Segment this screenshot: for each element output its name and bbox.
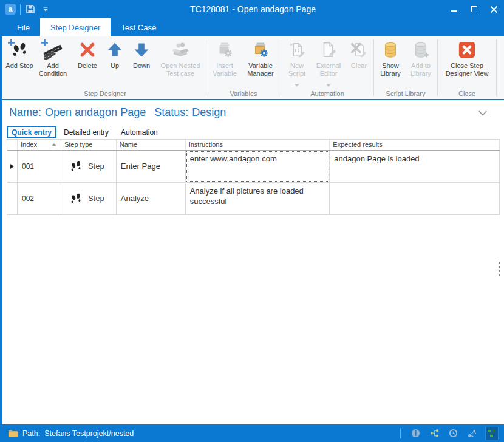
ribbon-group-variables: Insert Variable Variable Manag [208,36,279,99]
current-row-indicator[interactable] [7,151,18,182]
cell-step-type[interactable]: Step [61,183,117,214]
cell-expected-results[interactable] [330,183,500,214]
tab-automation[interactable]: Automation [116,127,163,138]
ribbon-tab-row: File Step Designer Test Case [2,18,504,36]
customize-quick-access-chevron-icon[interactable] [40,4,51,15]
close-step-designer-icon [457,39,477,60]
cell-index[interactable]: 002 [18,183,61,214]
external-editor-button[interactable]: External Editor [312,36,346,89]
column-header-name[interactable]: Name [117,140,186,150]
external-editor-icon [318,39,339,60]
cell-index[interactable]: 001 [18,151,61,182]
cell-instructions[interactable]: enter www.andagon.com [186,151,330,182]
add-to-library-button[interactable]: Add to Library [406,36,436,89]
row-indicator[interactable] [7,183,18,214]
maximize-button[interactable] [464,0,484,18]
ribbon-group-close: Close Step Designer View Close [439,36,495,99]
app-icon[interactable]: a [5,4,16,15]
dropdown-caret-icon [326,78,331,89]
status-value: Design [192,106,226,119]
ribbon-group-script-library: Show Library Add to Library Script Libra… [375,36,436,99]
variable-manager-button[interactable]: Variable Manager [242,36,279,89]
current-row-arrow-icon [10,164,14,169]
cell-expected-results[interactable]: andagon Page is loaded [330,151,500,182]
plus-icon [41,38,49,49]
hierarchy-icon[interactable] [429,428,440,439]
insert-variable-icon [214,39,235,60]
minimize-icon [451,10,457,12]
window-title: TC128081 - Open andagon Page [2,4,504,14]
dependencies-icon[interactable] [466,428,477,439]
clear-icon [349,39,369,60]
table-row: 002 Step Analyze Analyze if all pictures… [7,183,500,215]
window-controls [444,0,504,18]
new-script-button[interactable]: New Script [282,36,312,89]
clear-button[interactable]: Clear [346,36,372,89]
show-library-icon [380,39,401,60]
open-nested-test-case-button[interactable]: Open Nested Test case [156,36,205,89]
ribbon-group-label: Script Library [375,89,436,99]
column-header-step-type[interactable]: Step type [61,140,117,150]
path-display: Path: Stefans Testprojekt/nested [22,429,134,438]
close-button[interactable] [484,0,504,18]
tab-detailed-entry[interactable]: Detailed entry [59,127,114,138]
plus-icon [7,38,15,49]
main-content: Name: Open andagon Page Status: Design Q… [2,100,504,424]
new-script-icon [287,39,307,60]
ribbon-group-divider [437,39,438,96]
close-step-designer-view-button[interactable]: Close Step Designer View [439,36,495,89]
cell-name[interactable]: Analyze [117,183,186,214]
ribbon-group-label: Variables [208,89,279,99]
save-icon[interactable] [25,4,36,15]
add-to-library-icon [410,39,431,60]
column-header-index[interactable]: Index [18,140,61,150]
ribbon-group-label: Step Designer [5,89,205,99]
ribbon-group-step-designer: Add Step Add Condition [5,36,205,99]
test-case-title: Name: Open andagon Page Status: Design [9,106,226,119]
ribbon-group-divider [206,39,206,96]
chevron-down-icon[interactable] [478,107,487,118]
add-condition-icon [43,39,63,60]
add-condition-button[interactable]: Add Condition [33,36,72,89]
arrow-down-icon [131,39,152,60]
history-icon[interactable] [448,428,458,439]
dropdown-caret-icon [295,78,299,89]
delete-button[interactable]: Delete [72,36,103,89]
column-header-instructions[interactable]: Instructions [186,140,330,150]
steps-table: Index Step type Name Instructions Expect… [7,139,500,215]
maximize-icon [471,6,477,12]
variable-manager-icon [250,39,271,60]
tab-step-designer[interactable]: Step Designer [40,18,111,36]
ribbon-group-divider [373,39,374,96]
add-step-button[interactable]: Add Step [5,36,33,89]
open-nested-icon [170,39,191,60]
sort-ascending-icon [52,143,56,146]
column-header-expected-results[interactable]: Expected results [330,140,500,150]
tab-quick-entry[interactable]: Quick entry [7,126,56,138]
statusbar: Path: Stefans Testprojekt/nested [2,424,504,442]
insert-variable-button[interactable]: Insert Variable [208,36,242,89]
info-icon[interactable] [410,428,421,439]
cell-instructions[interactable]: Analyze if all pictures are loaded succe… [186,183,330,214]
minimize-button[interactable] [444,0,464,18]
ribbon-group-automation: New Script External Editor [282,36,372,99]
divider [20,4,21,15]
cell-step-type[interactable]: Step [61,151,117,182]
arrow-up-icon [104,39,125,60]
move-up-button[interactable]: Up [103,36,127,89]
status-label: Status: [154,106,188,119]
folder-icon [7,428,18,439]
ribbon: Add Step Add Condition [2,36,504,100]
cell-name[interactable]: Enter Page [117,151,186,182]
show-library-button[interactable]: Show Library [375,36,406,89]
table-row: 001 Step Enter Page enter www.andagon.co… [7,151,500,183]
row-indicator-header [7,140,18,150]
panel-splitter-handle[interactable] [499,262,500,276]
test-case-header: Name: Open andagon Page Status: Design [2,100,504,126]
app-window: a TC128081 - Open andagon Page [0,0,504,442]
tab-file[interactable]: File [7,18,40,36]
path-value: Stefans Testprojekt/nested [44,429,134,438]
move-down-button[interactable]: Down [127,36,156,89]
tab-test-case[interactable]: Test Case [111,18,166,36]
test-steps-icon[interactable] [485,427,499,440]
